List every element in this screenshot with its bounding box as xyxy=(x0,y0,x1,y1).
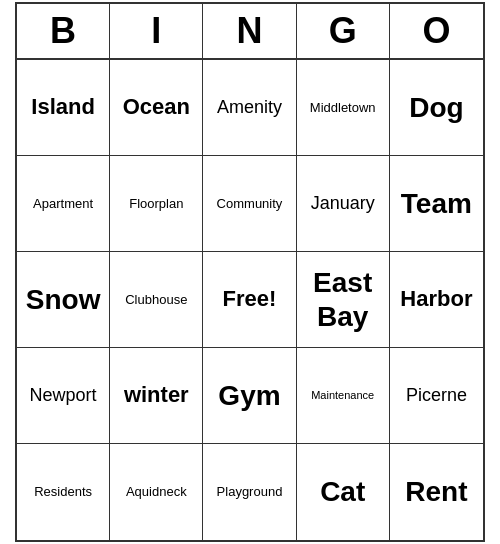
cell-r1-c4: Team xyxy=(390,156,483,252)
cell-r1-c3: January xyxy=(297,156,390,252)
cell-r2-c2: Free! xyxy=(203,252,296,348)
cell-text: Free! xyxy=(223,286,277,312)
cell-text: Ocean xyxy=(123,94,190,120)
cell-text: East Bay xyxy=(301,266,385,333)
cell-text: January xyxy=(311,193,375,215)
cell-r3-c3: Maintenance xyxy=(297,348,390,444)
cell-r2-c3: East Bay xyxy=(297,252,390,348)
cell-r0-c3: Middletown xyxy=(297,60,390,156)
header-letter: N xyxy=(203,4,296,58)
cell-text: Floorplan xyxy=(129,196,183,212)
cell-r3-c4: Picerne xyxy=(390,348,483,444)
cell-text: Newport xyxy=(30,385,97,407)
cell-r2-c0: Snow xyxy=(17,252,110,348)
cell-r3-c2: Gym xyxy=(203,348,296,444)
cell-text: Snow xyxy=(26,283,101,317)
cell-r2-c4: Harbor xyxy=(390,252,483,348)
cell-text: Team xyxy=(401,187,472,221)
cell-text: Amenity xyxy=(217,97,282,119)
cell-r3-c1: winter xyxy=(110,348,203,444)
cell-r1-c2: Community xyxy=(203,156,296,252)
cell-text: Playground xyxy=(217,484,283,500)
cell-r0-c1: Ocean xyxy=(110,60,203,156)
bingo-header: BINGO xyxy=(17,4,483,60)
cell-r0-c4: Dog xyxy=(390,60,483,156)
cell-r4-c2: Playground xyxy=(203,444,296,540)
cell-r1-c0: Apartment xyxy=(17,156,110,252)
cell-text: Community xyxy=(217,196,283,212)
cell-r4-c3: Cat xyxy=(297,444,390,540)
cell-text: Apartment xyxy=(33,196,93,212)
cell-text: Picerne xyxy=(406,385,467,407)
header-letter: B xyxy=(17,4,110,58)
cell-text: Cat xyxy=(320,475,365,509)
cell-r0-c0: Island xyxy=(17,60,110,156)
cell-text: Dog xyxy=(409,91,463,125)
cell-text: Maintenance xyxy=(311,389,374,402)
cell-r4-c0: Residents xyxy=(17,444,110,540)
cell-r4-c1: Aquidneck xyxy=(110,444,203,540)
cell-text: Middletown xyxy=(310,100,376,116)
cell-r0-c2: Amenity xyxy=(203,60,296,156)
header-letter: I xyxy=(110,4,203,58)
cell-text: Clubhouse xyxy=(125,292,187,308)
cell-r3-c0: Newport xyxy=(17,348,110,444)
cell-r2-c1: Clubhouse xyxy=(110,252,203,348)
cell-r4-c4: Rent xyxy=(390,444,483,540)
cell-text: winter xyxy=(124,382,189,408)
cell-text: Aquidneck xyxy=(126,484,187,500)
header-letter: G xyxy=(297,4,390,58)
bingo-card: BINGO IslandOceanAmenityMiddletownDogApa… xyxy=(15,2,485,542)
cell-text: Gym xyxy=(218,379,280,413)
cell-text: Residents xyxy=(34,484,92,500)
cell-text: Island xyxy=(31,94,95,120)
cell-text: Rent xyxy=(405,475,467,509)
cell-text: Harbor xyxy=(400,286,472,312)
header-letter: O xyxy=(390,4,483,58)
cell-r1-c1: Floorplan xyxy=(110,156,203,252)
bingo-grid: IslandOceanAmenityMiddletownDogApartment… xyxy=(17,60,483,540)
